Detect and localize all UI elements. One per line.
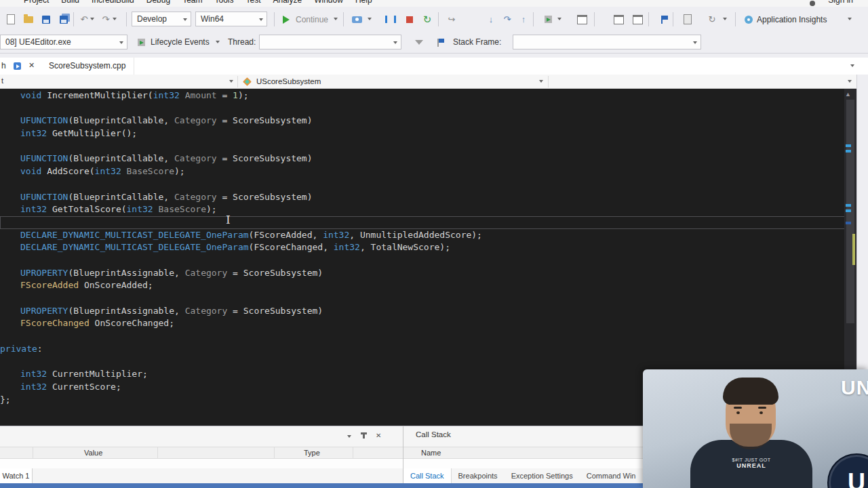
navigate-icon[interactable] <box>14 62 21 70</box>
bookmark-icon[interactable] <box>655 13 669 26</box>
type-combo-chevron-icon[interactable] <box>539 80 543 83</box>
solution-platform-combo[interactable]: Win64 <box>195 12 267 26</box>
member-combo-chevron-icon[interactable] <box>848 80 852 83</box>
stack-frame-label: Stack Frame: <box>453 37 501 47</box>
diagnostic-chevron-icon[interactable] <box>368 18 372 20</box>
toolbar-separator <box>673 12 673 26</box>
code-line[interactable]: DECLARE_DYNAMIC_MULTICAST_DELEGATE_OnePa… <box>0 229 856 242</box>
menu-item-test[interactable]: Test <box>239 0 267 7</box>
menu-item-incredibuild[interactable]: IncrediBuild <box>85 0 140 7</box>
step-into-icon[interactable]: ↓ <box>484 13 498 26</box>
application-insights-icon[interactable] <box>742 13 755 26</box>
column-header-value[interactable]: Value <box>84 449 102 457</box>
panel-tab-command-win[interactable]: Command Win <box>580 468 643 484</box>
application-insights-chevron-icon[interactable] <box>848 18 852 20</box>
menu-item-team[interactable]: Team <box>176 0 208 7</box>
code-line[interactable]: int32 GetMultiplier(); <box>0 127 856 140</box>
menu-item-project[interactable]: Project <box>18 0 55 7</box>
panel-tab-call-stack[interactable]: Call Stack <box>403 468 452 484</box>
detach-window-icon[interactable] <box>631 13 644 26</box>
undo-chevron-icon[interactable] <box>90 18 94 20</box>
continue-play-icon[interactable] <box>279 13 293 26</box>
code-line[interactable]: FScoreChanged OnScoreChanged; <box>0 317 856 330</box>
code-line[interactable]: UPROPERTY(BlueprintAssignable, Category … <box>0 267 856 280</box>
stack-frame-combo[interactable] <box>513 35 701 49</box>
continue-button[interactable]: Continue <box>296 15 328 24</box>
menu-item-analyze[interactable]: Analyze <box>267 0 309 7</box>
lifecycle-events-button[interactable]: Lifecycle Events <box>151 37 210 47</box>
show-next-statement-icon[interactable]: ↪ <box>445 13 458 26</box>
code-line[interactable] <box>0 330 856 343</box>
code-line[interactable] <box>0 292 856 305</box>
code-area[interactable]: void IncrementMultiplier(int32 Amount = … <box>0 89 856 406</box>
flag-threads-icon[interactable] <box>431 36 445 49</box>
step-over-icon[interactable]: ↷ <box>500 13 514 26</box>
diagnostic-tools-icon[interactable] <box>350 13 363 26</box>
save-icon[interactable] <box>39 13 53 26</box>
code-line[interactable] <box>0 355 856 368</box>
pin-icon[interactable] <box>363 432 365 439</box>
continue-chevron-icon[interactable] <box>334 18 338 20</box>
panel-tab-breakpoints[interactable]: Breakpoints <box>452 468 505 484</box>
column-header-type[interactable]: Type <box>304 449 320 457</box>
close-icon[interactable]: ✕ <box>28 61 35 70</box>
lifecycle-chevron-icon[interactable] <box>216 41 220 43</box>
save-all-icon[interactable] <box>57 13 71 26</box>
code-line[interactable]: DECLARE_DYNAMIC_MULTICAST_DELEGATE_OnePa… <box>0 241 856 254</box>
close-icon[interactable]: ✕ <box>376 432 381 439</box>
build-settings-chevron-icon[interactable] <box>557 18 561 20</box>
window-position-chevron-icon[interactable] <box>347 435 351 438</box>
menu-item-tools[interactable]: Tools <box>208 0 239 7</box>
code-line[interactable] <box>0 254 856 267</box>
code-line[interactable] <box>0 178 856 191</box>
watch-body[interactable] <box>0 459 403 468</box>
code-line[interactable]: UFUNCTION(BlueprintCallable, Category = … <box>0 152 856 165</box>
sign-in-link[interactable]: Sign in <box>828 0 853 7</box>
refresh-icon[interactable]: ↻ <box>705 13 719 26</box>
unreal-logo-badge: U <box>827 453 868 488</box>
code-line[interactable]: UPROPERTY(BlueprintAssignable, Category … <box>0 305 856 318</box>
solution-configuration-combo[interactable]: Develop <box>132 12 191 26</box>
application-insights-button[interactable]: Application Insights <box>757 15 827 24</box>
menu-item-build[interactable]: Build <box>55 0 85 7</box>
code-line[interactable] <box>0 140 856 153</box>
new-file-icon[interactable] <box>4 13 18 26</box>
deploy-monitor-icon[interactable] <box>575 13 589 26</box>
code-line[interactable]: void IncrementMultiplier(int32 Amount = … <box>0 89 856 102</box>
process-combo[interactable]: 08] UE4Editor.exe <box>0 35 127 49</box>
thread-combo[interactable] <box>259 35 401 49</box>
code-line[interactable]: void AddScore(int32 BaseScore); <box>0 165 856 178</box>
stop-debugging-icon[interactable] <box>403 13 416 26</box>
open-file-icon[interactable] <box>22 13 35 26</box>
tab-list-chevron-icon[interactable] <box>850 64 854 67</box>
panel-tab-watch-1[interactable]: Watch 1 <box>0 468 33 484</box>
code-line[interactable]: FScoreAdded OnScoreAdded; <box>0 279 856 292</box>
undo-icon[interactable]: ↶ <box>77 13 91 26</box>
code-line[interactable] <box>0 102 856 115</box>
type-combo[interactable]: UScoreSubsystem <box>256 77 321 85</box>
code-line-current[interactable] <box>0 216 856 229</box>
menu-item-help[interactable]: Help <box>349 0 378 7</box>
panel-tab-exception-settings[interactable]: Exception Settings <box>505 468 580 484</box>
restart-icon[interactable]: ↻ <box>420 13 434 26</box>
more-tools-chevron-icon[interactable] <box>723 18 727 20</box>
scrollbar-split-icon[interactable]: ▲ <box>845 91 851 98</box>
menu-item-window[interactable]: Window <box>308 0 349 7</box>
code-line[interactable]: UFUNCTION(BlueprintCallable, Category = … <box>0 191 856 204</box>
redo-icon[interactable]: ↷ <box>99 13 113 26</box>
lifecycle-events-icon[interactable] <box>134 36 148 49</box>
build-settings-icon[interactable] <box>541 13 555 26</box>
attach-window-icon[interactable] <box>612 13 625 26</box>
redo-chevron-icon[interactable] <box>113 18 117 20</box>
menu-item-debug[interactable]: Debug <box>140 0 176 7</box>
code-line[interactable]: UFUNCTION(BlueprintCallable, Category = … <box>0 115 856 127</box>
project-combo-chevron-icon[interactable] <box>229 80 233 83</box>
code-line[interactable]: int32 GetTotalScore(int32 BaseScore); <box>0 203 856 216</box>
break-all-icon[interactable] <box>384 13 397 26</box>
code-line[interactable]: private: <box>0 343 856 356</box>
step-out-icon[interactable]: ↑ <box>517 13 530 26</box>
tab-scoresubsystem-cpp[interactable]: ScoreSubsystem.cpp <box>41 58 134 75</box>
filter-threads-icon[interactable] <box>412 36 426 49</box>
extension-icon[interactable] <box>681 13 694 26</box>
column-header-name[interactable]: Name <box>421 449 441 457</box>
